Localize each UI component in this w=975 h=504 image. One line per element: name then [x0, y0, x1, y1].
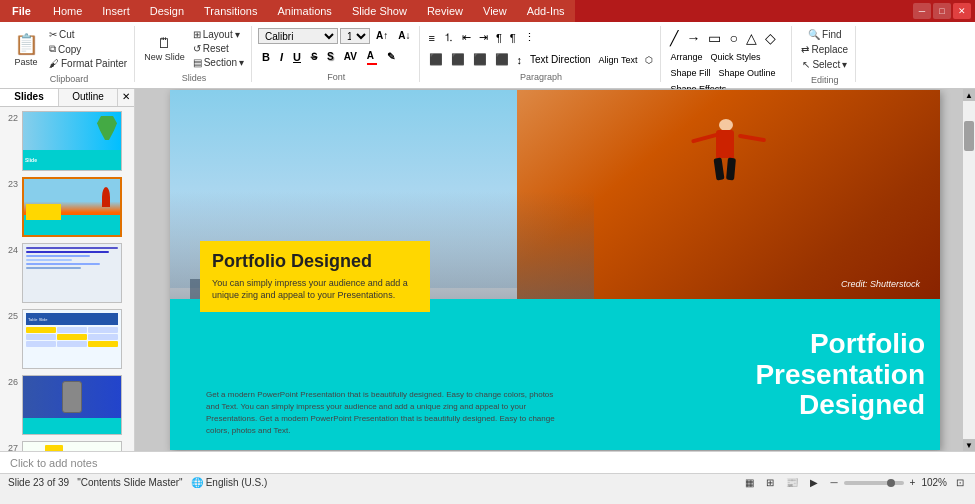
view-reading-btn[interactable]: 📰: [783, 476, 801, 489]
canvas-area[interactable]: Portfolio Designed You can simply impres…: [135, 89, 975, 451]
scroll-thumb[interactable]: [964, 121, 974, 151]
slide-preview-22[interactable]: Slide: [22, 111, 122, 171]
shape-fill-btn[interactable]: Shape Fill: [667, 66, 713, 80]
strikethrough-btn[interactable]: S̶: [307, 49, 321, 65]
tab-animations[interactable]: Animations: [267, 0, 341, 22]
scroll-down-btn[interactable]: ▼: [963, 439, 975, 451]
clipboard-group: 📋 Paste ✂ Cut ⧉ Copy 🖌 Format Painter: [4, 26, 135, 82]
select-btn[interactable]: ↖ Select▾: [799, 58, 850, 71]
arrow-tool[interactable]: →: [683, 28, 703, 48]
fit-slide-btn[interactable]: ⊡: [953, 476, 967, 489]
slide-thumb-23[interactable]: 23: [2, 177, 132, 237]
copy-btn[interactable]: ⧉ Copy: [46, 42, 130, 56]
slide-thumb-25[interactable]: 25 Table Slide: [2, 309, 132, 369]
rtl-btn[interactable]: ¶: [493, 30, 505, 46]
align-right-btn[interactable]: ⬛: [470, 51, 490, 68]
slide-canvas[interactable]: Portfolio Designed You can simply impres…: [170, 90, 940, 450]
tab-slides[interactable]: Slides: [0, 89, 59, 106]
slide-preview-26[interactable]: [22, 375, 122, 435]
quick-styles-btn[interactable]: Quick Styles: [707, 50, 763, 64]
clipboard-col: ✂ Cut ⧉ Copy 🖌 Format Painter: [46, 28, 130, 70]
tab-outline[interactable]: Outline: [59, 89, 118, 106]
decrease-indent-btn[interactable]: ⇤: [459, 29, 474, 46]
increase-font-btn[interactable]: A↑: [372, 28, 392, 44]
file-tab[interactable]: File: [0, 0, 43, 22]
panel-close-btn[interactable]: ✕: [118, 89, 134, 106]
replace-btn[interactable]: ⇄ Replace: [798, 43, 851, 56]
slide-thumb-24[interactable]: 24: [2, 243, 132, 303]
ltr-btn[interactable]: ¶: [507, 30, 519, 46]
slide-thumb-27[interactable]: 27 👤: [2, 441, 132, 451]
notes-bar[interactable]: Click to add notes: [0, 451, 975, 473]
slide-num-24: 24: [2, 245, 18, 255]
font-name-select[interactable]: Calibri: [258, 28, 338, 44]
triangle-tool[interactable]: △: [743, 28, 760, 48]
align-left-btn[interactable]: ⬛: [426, 51, 446, 68]
zoom-out-btn[interactable]: ─: [827, 476, 840, 489]
columns-btn[interactable]: ⋮: [521, 29, 538, 46]
view-slide-sorter-btn[interactable]: ⊞: [763, 476, 777, 489]
diamond-tool[interactable]: ◇: [762, 28, 779, 48]
section-btn[interactable]: ▤ Section▾: [190, 56, 247, 69]
maximize-btn[interactable]: □: [933, 3, 951, 19]
reset-btn[interactable]: ↺ Reset: [190, 42, 247, 55]
arrange-btn[interactable]: Arrange: [667, 50, 705, 64]
slide-preview-23[interactable]: [22, 177, 122, 237]
layout-btn[interactable]: ⊞ Layout▾: [190, 28, 247, 41]
find-btn[interactable]: 🔍 Find: [805, 28, 844, 41]
cut-btn[interactable]: ✂ Cut: [46, 28, 130, 41]
zoom-thumb[interactable]: [887, 479, 895, 487]
underline-btn[interactable]: U: [289, 49, 305, 65]
rect-tool[interactable]: ▭: [705, 28, 724, 48]
align-text-btn[interactable]: Align Text: [596, 53, 641, 67]
slide-thumb-22[interactable]: 22 Slide: [2, 111, 132, 171]
tab-review[interactable]: Review: [417, 0, 473, 22]
zoom-in-btn[interactable]: +: [907, 476, 919, 489]
line-spacing-btn[interactable]: ↕: [514, 52, 526, 68]
char-spacing-btn[interactable]: AV: [340, 49, 361, 65]
view-normal-btn[interactable]: ▦: [742, 476, 757, 489]
line-tool[interactable]: ╱: [667, 28, 681, 48]
italic-btn[interactable]: I: [276, 49, 287, 65]
tab-insert[interactable]: Insert: [92, 0, 140, 22]
slide-preview-27[interactable]: 👤: [22, 441, 122, 451]
decrease-font-btn[interactable]: A↓: [394, 28, 414, 44]
tab-view[interactable]: View: [473, 0, 517, 22]
text-direction-btn[interactable]: Text Direction: [527, 52, 594, 67]
new-slide-btn[interactable]: 🗒 New Slide: [141, 33, 188, 64]
language-indicator: 🌐 English (U.S.): [191, 477, 268, 488]
tab-addins[interactable]: Add-Ins: [517, 0, 575, 22]
oval-tool[interactable]: ○: [726, 28, 740, 48]
shape-outline-btn[interactable]: Shape Outline: [715, 66, 778, 80]
font-color-btn[interactable]: A: [363, 48, 381, 66]
align-center-btn[interactable]: ⬛: [448, 51, 468, 68]
zoom-slider[interactable]: [844, 481, 904, 485]
paste-btn[interactable]: 📋 Paste: [8, 30, 44, 69]
bullets-btn[interactable]: ≡: [426, 30, 438, 46]
shadow-btn[interactable]: S: [323, 49, 338, 65]
minimize-btn[interactable]: ─: [913, 3, 931, 19]
numbering-btn[interactable]: ⒈: [440, 28, 457, 47]
format-painter-btn[interactable]: 🖌 Format Painter: [46, 57, 130, 70]
justify-btn[interactable]: ⬛: [492, 51, 512, 68]
close-btn[interactable]: ✕: [953, 3, 971, 19]
tab-design[interactable]: Design: [140, 0, 194, 22]
bold-btn[interactable]: B: [258, 49, 274, 65]
convert-smartart-btn[interactable]: ⬡: [642, 53, 656, 67]
language-icon: 🌐: [191, 477, 203, 488]
tab-slideshow[interactable]: Slide Show: [342, 0, 417, 22]
font-size-select[interactable]: 11: [340, 28, 370, 44]
notes-placeholder: Click to add notes: [10, 457, 97, 469]
slide-thumb-26[interactable]: 26: [2, 375, 132, 435]
tab-transitions[interactable]: Transitions: [194, 0, 267, 22]
tab-home[interactable]: Home: [43, 0, 92, 22]
para-row2: ⬛ ⬛ ⬛ ⬛ ↕ Text Direction Align Text ⬡: [426, 51, 657, 68]
slide-preview-25[interactable]: Table Slide: [22, 309, 122, 369]
slide-preview-24[interactable]: [22, 243, 122, 303]
scroll-up-btn[interactable]: ▲: [963, 89, 975, 101]
select-icon: ↖: [802, 59, 810, 70]
increase-indent-btn[interactable]: ⇥: [476, 29, 491, 46]
view-slideshow-btn[interactable]: ▶: [807, 476, 821, 489]
scroll-track[interactable]: [963, 101, 975, 439]
highlight-btn[interactable]: ✎: [383, 49, 399, 65]
